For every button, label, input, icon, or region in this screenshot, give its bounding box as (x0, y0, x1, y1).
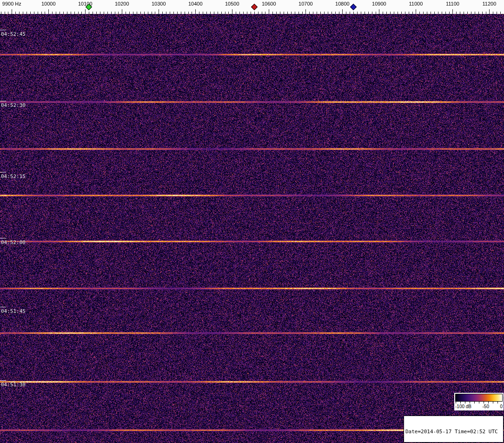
frequency-tick (467, 12, 468, 14)
frequency-tick (313, 12, 313, 14)
frequency-tick (63, 12, 64, 14)
frequency-tick (379, 9, 379, 14)
frequency-tick (445, 12, 446, 14)
frequency-tick (96, 12, 97, 14)
frequency-ruler[interactable]: 9900 Hz100001010010200103001040010500106… (0, 0, 504, 14)
frequency-tick (449, 12, 450, 14)
frequency-tick (332, 12, 332, 14)
frequency-tick (272, 12, 273, 14)
frequency-tick (12, 9, 12, 14)
frequency-tick (185, 12, 185, 14)
frequency-tick (357, 12, 358, 14)
frequency-tick (56, 12, 56, 14)
frequency-tick (298, 12, 299, 14)
frequency-tick (23, 12, 23, 14)
frequency-tick (284, 12, 284, 14)
frequency-tick (100, 12, 100, 14)
frequency-tick (228, 12, 229, 14)
frequency-tick (247, 12, 247, 14)
frequency-tick (456, 12, 457, 14)
frequency-tick (107, 12, 108, 14)
frequency-tick (15, 12, 16, 14)
frequency-tick (276, 12, 277, 14)
frequency-label: 10900 (372, 1, 386, 7)
frequency-tick (155, 12, 155, 14)
frequency-tick (398, 12, 398, 14)
frequency-tick (210, 12, 211, 14)
frequency-tick (137, 12, 137, 14)
frequency-tick (291, 12, 292, 14)
frequency-tick (41, 12, 42, 14)
frequency-tick (452, 9, 453, 14)
frequency-label: 11100 (446, 1, 459, 7)
frequency-tick (104, 12, 104, 14)
frequency-tick (365, 12, 365, 14)
frequency-tick (401, 12, 402, 14)
frequency-tick (376, 12, 376, 14)
db-colorbar-labels: -100 dB -50 0 (454, 403, 504, 410)
frequency-tick (38, 12, 38, 14)
frequency-tick (148, 12, 148, 14)
frequency-tick (111, 12, 112, 14)
frequency-tick (74, 12, 75, 14)
spectrogram-canvas[interactable] (0, 14, 504, 443)
frequency-tick (177, 12, 178, 14)
frequency-tick (81, 12, 82, 14)
frequency-tick (93, 12, 93, 14)
frequency-tick (52, 12, 53, 14)
frequency-tick (464, 12, 464, 14)
frequency-tick (394, 12, 394, 14)
frequency-tick (67, 12, 67, 14)
frequency-tick (409, 12, 409, 14)
frequency-tick (115, 12, 115, 14)
frequency-tick (162, 12, 163, 14)
freq-marker-blue[interactable] (350, 4, 357, 10)
frequency-tick (258, 12, 259, 14)
frequency-label: 11000 (409, 1, 423, 7)
frequency-tick (30, 12, 31, 14)
frequency-tick (85, 9, 86, 14)
frequency-tick (251, 12, 251, 14)
frequency-tick (434, 12, 435, 14)
frequency-tick (361, 12, 361, 14)
frequency-label: 10200 (115, 1, 129, 7)
frequency-tick (166, 12, 166, 14)
frequency-tick (486, 12, 486, 14)
frequency-tick (460, 12, 460, 14)
frequency-tick (5, 12, 5, 14)
frequency-tick (243, 12, 244, 14)
frequency-tick (335, 12, 336, 14)
frequency-tick (48, 9, 49, 14)
frequency-tick (34, 12, 34, 14)
frequency-tick (203, 12, 203, 14)
frequency-tick (181, 12, 181, 14)
frequency-tick (236, 12, 236, 14)
frequency-tick (423, 12, 424, 14)
frequency-tick (295, 12, 295, 14)
frequency-tick (342, 9, 343, 14)
frequency-tick (478, 12, 479, 14)
frequency-tick (239, 12, 240, 14)
frequency-tick (45, 12, 45, 14)
frequency-tick (386, 12, 387, 14)
frequency-label: 10800 (335, 1, 350, 7)
frequency-tick (309, 12, 310, 14)
frequency-label: 10700 (298, 1, 313, 7)
frequency-tick (493, 12, 493, 14)
frequency-tick (489, 9, 490, 14)
db-colorbar-legend: -100 dB -50 0 (454, 393, 504, 410)
frequency-tick (500, 12, 501, 14)
frequency-tick (328, 12, 328, 14)
frequency-tick (27, 12, 27, 14)
frequency-label: 9900 Hz (2, 1, 21, 7)
frequency-tick (353, 12, 354, 14)
frequency-tick (192, 12, 192, 14)
frequency-label: 10500 (225, 1, 239, 7)
frequency-tick (302, 12, 303, 14)
frequency-tick (159, 9, 159, 14)
freq-marker-red[interactable] (251, 4, 258, 10)
frequency-tick (372, 12, 372, 14)
legend-label-max: 0 (500, 404, 503, 410)
frequency-tick (442, 12, 442, 14)
frequency-tick (350, 12, 350, 14)
